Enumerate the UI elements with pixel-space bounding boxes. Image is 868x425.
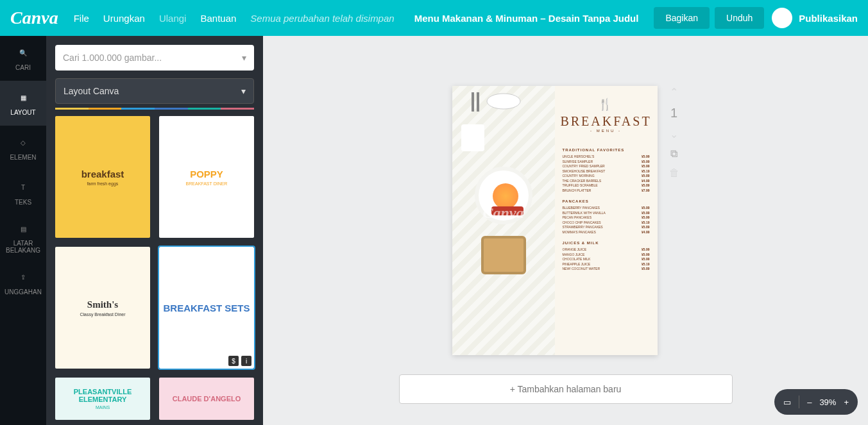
menu-item-row: CHOCOLATE MILK¥5.99 <box>563 257 650 262</box>
template-card[interactable]: BREAKFAST SETSi$ <box>159 247 254 369</box>
download-button[interactable]: Unduh <box>715 7 764 29</box>
avatar[interactable] <box>772 8 792 28</box>
delete-page-icon[interactable]: 🗑 <box>669 167 679 179</box>
toast <box>481 236 526 274</box>
canva-watermark: Canva <box>482 204 523 222</box>
menu-item-row: PECAN PANCAKES¥5.99 <box>563 215 650 221</box>
menu-undo[interactable]: Urungkan <box>103 13 145 24</box>
page-number: 1 <box>670 106 677 121</box>
chevron-down-icon: ▾ <box>241 86 246 96</box>
menu-item-row: SUNRISE SAMPLER¥5.99 <box>563 160 650 165</box>
side-rail: 🔍CARI▦LAYOUT◇ELEMENTTEKS▤LATAR BELAKANG⇪… <box>0 36 46 425</box>
canvas-area: Canva 🍴 BREAKFAST - MENU - TRADITIONAL F… <box>263 36 868 425</box>
rail-shapes[interactable]: ◇ELEMEN <box>0 126 46 171</box>
template-card[interactable]: CLAUDE D'ANGELO <box>159 378 254 420</box>
zoom-in-button[interactable]: + <box>844 397 849 407</box>
menu-subtitle: - MENU - <box>590 129 622 133</box>
menu-item-row: ORANGE JUICE¥5.99 <box>563 247 650 253</box>
svg-rect-1 <box>477 92 479 112</box>
menu-item-row: SMOKEHOUSE BREAKFAST¥5.19 <box>563 169 650 174</box>
menu-help[interactable]: Bantuan <box>200 13 236 24</box>
cutlery-icon: 🍴 <box>598 97 615 112</box>
menu-item-row: NEW! COCONUT WATER¥5.89 <box>563 267 650 272</box>
cup <box>461 124 484 151</box>
svg-point-2 <box>487 94 520 109</box>
present-icon[interactable]: ▭ <box>783 397 791 407</box>
search-input[interactable]: Cari 1.000.000 gambar... ▾ <box>55 45 254 71</box>
price-badge[interactable]: $ <box>228 356 239 366</box>
section-header: TRADITIONAL FAVORITES <box>563 148 650 152</box>
layout-icon: ▦ <box>16 91 30 105</box>
chevron-down-icon: ▾ <box>242 53 246 63</box>
logo[interactable]: Canva <box>10 8 58 28</box>
menu-item-row: PINEAPPLE JUICE¥5.19 <box>563 262 650 267</box>
add-page-button[interactable]: + Tambahkan halaman baru <box>399 374 733 404</box>
search-placeholder: Cari 1.000.000 gambar... <box>63 53 162 63</box>
menu-item-row: BRUNCH PLATTER¥7.99 <box>563 188 650 194</box>
menu-item-row: STRAWBERRY PANCAKES¥5.89 <box>563 225 650 230</box>
section-header: JUICES & MILK <box>563 241 650 245</box>
page-tools: ⌃ 1 ⌄ ⧉ 🗑 <box>669 86 679 179</box>
menu-item-row: BUTTERMILK WITH VANILLA¥5.99 <box>563 211 650 216</box>
dropdown-label: Layout Canva <box>64 86 119 96</box>
upload-icon: ⇪ <box>16 271 30 285</box>
svg-rect-0 <box>472 92 474 112</box>
menu-item-row: COUNTRY MORNING¥5.89 <box>563 174 650 179</box>
info-badge[interactable]: i <box>241 356 251 366</box>
publish-button[interactable]: Publikasikan <box>799 13 858 24</box>
text-icon: T <box>16 181 30 195</box>
share-button[interactable]: Bagikan <box>654 7 710 29</box>
doc-title[interactable]: Menu Makanan & Minuman – Desain Tanpa Ju… <box>414 13 639 24</box>
menu-item-row: COUNTRY FRIED SAMPLER¥5.99 <box>563 164 650 169</box>
rail-label: TEKS <box>15 199 31 206</box>
rail-label: UNGGAHAN <box>4 288 42 296</box>
top-menu: File Urungkan Ulangi Bantuan <box>74 13 237 24</box>
shapes-icon: ◇ <box>16 136 30 150</box>
menu-item-row: MANGO JUICE¥5.99 <box>563 253 650 258</box>
template-card[interactable]: PLEASANTVILLE ELEMENTARYMAINS <box>55 378 150 420</box>
rail-text[interactable]: TTEKS <box>0 171 46 215</box>
copy-page-icon[interactable]: ⧉ <box>670 148 677 160</box>
arrow-down-icon[interactable]: ⌄ <box>670 128 678 140</box>
layout-panel: Cari 1.000.000 gambar... ▾ Layout Canva … <box>46 36 263 425</box>
zoom-bar: ▭ – 39% + <box>774 389 858 415</box>
color-strip <box>55 108 254 110</box>
template-grid: breakfastfarm fresh eggsPOPPYBREAKFAST D… <box>55 116 254 420</box>
menu-redo[interactable]: Ulangi <box>159 13 187 24</box>
save-status: Semua perubahan telah disimpan <box>250 13 394 24</box>
menu-item-row: TRUFFLED SCRAMBLE¥5.89 <box>563 183 650 188</box>
menu-file[interactable]: File <box>74 13 89 24</box>
design-canvas[interactable]: Canva 🍴 BREAKFAST - MENU - TRADITIONAL F… <box>452 86 658 355</box>
template-card[interactable]: POPPYBREAKFAST DINER <box>159 116 254 238</box>
menu-item-row: THE CRACKER BARRELS¥4.99 <box>563 179 650 184</box>
topbar: Canva File Urungkan Ulangi Bantuan Semua… <box>0 0 868 36</box>
bg-icon: ▤ <box>16 222 30 236</box>
zoom-out-button[interactable]: – <box>807 397 812 407</box>
rail-upload[interactable]: ⇪UNGGAHAN <box>0 260 46 305</box>
rail-label: CARI <box>15 64 31 71</box>
menu-title: BREAKFAST <box>560 114 651 129</box>
template-card[interactable]: breakfastfarm fresh eggs <box>55 116 150 238</box>
menu-item-row: BLUEBERRY PANCAKES¥5.99 <box>563 206 650 211</box>
zoom-level[interactable]: 39% <box>819 397 836 407</box>
menu-item-row: CHOCO CHIP PANCAKES¥5.19 <box>563 221 650 226</box>
cutlery-top <box>465 90 542 115</box>
rail-layout[interactable]: ▦LAYOUT <box>0 81 46 126</box>
rail-label: LAYOUT <box>10 109 35 116</box>
rail-bg[interactable]: ▤LATAR BELAKANG <box>0 215 46 260</box>
section-header: PANCAKES <box>563 199 650 203</box>
rail-label: ELEMEN <box>10 154 36 161</box>
menu-photo-side: Canva <box>452 86 555 355</box>
template-card[interactable]: Smith'sClassy Breakfast Diner <box>55 247 150 369</box>
menu-item-row: MOMMA'S PANCAKES¥4.99 <box>563 230 650 235</box>
arrow-up-icon[interactable]: ⌃ <box>670 86 678 98</box>
rail-label: LATAR BELAKANG <box>0 240 46 254</box>
menu-item-row: UNCLE HERSCHEL'S¥5.99 <box>563 154 650 160</box>
menu-text-side: 🍴 BREAKFAST - MENU - TRADITIONAL FAVORIT… <box>555 86 658 355</box>
search-icon: 🔍 <box>16 46 30 60</box>
rail-search[interactable]: 🔍CARI <box>0 36 46 81</box>
layout-dropdown[interactable]: Layout Canva ▾ <box>55 78 254 104</box>
